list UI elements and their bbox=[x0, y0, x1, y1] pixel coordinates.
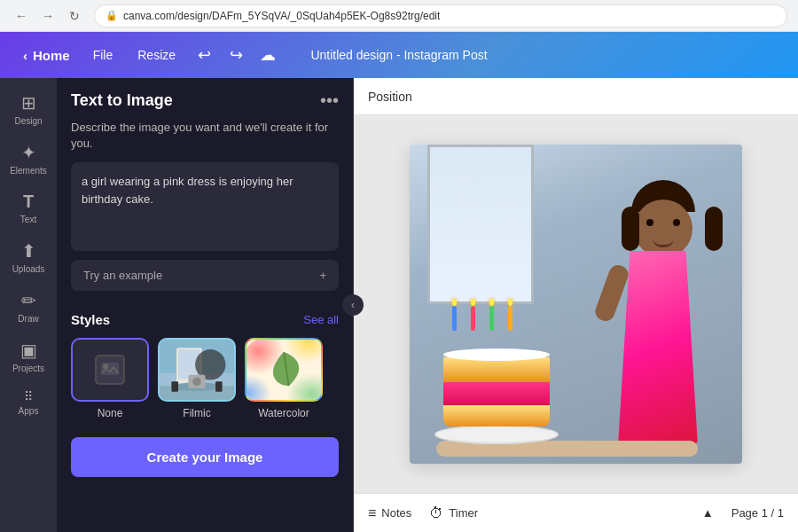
sidebar-apps-label: Apps bbox=[19, 406, 39, 416]
girl-figure bbox=[583, 162, 742, 464]
sidebar-design-label: Design bbox=[14, 116, 42, 126]
create-image-button[interactable]: Create your Image bbox=[71, 437, 339, 477]
uploads-icon: ⬆ bbox=[21, 240, 36, 262]
cake-layer-bot bbox=[443, 405, 550, 426]
resize-menu-button[interactable]: Resize bbox=[127, 43, 186, 67]
svg-rect-11 bbox=[215, 382, 223, 392]
candles bbox=[452, 299, 512, 331]
redo-button[interactable]: ↪ bbox=[222, 41, 250, 69]
file-menu-button[interactable]: File bbox=[82, 43, 124, 67]
prompt-content: a girl wearing a pink dress is enjoying … bbox=[82, 175, 293, 206]
sidebar-item-text[interactable]: T Text bbox=[4, 184, 53, 231]
panel-title: Text to Image bbox=[71, 91, 173, 110]
draw-icon: ✏ bbox=[21, 290, 36, 311]
cake bbox=[443, 345, 550, 426]
home-label: Home bbox=[33, 48, 70, 63]
timer-button[interactable]: ⏱ Timer bbox=[429, 505, 478, 521]
elements-icon: ✦ bbox=[21, 142, 36, 163]
window-element bbox=[427, 145, 534, 304]
canvas-main[interactable] bbox=[354, 115, 798, 493]
apps-icon: ⠿ bbox=[24, 389, 33, 403]
app-container: ‹ Home File Resize ↩ ↪ ☁ Untitled design… bbox=[0, 32, 798, 532]
prompt-text-area[interactable]: a girl wearing a pink dress is enjoying … bbox=[71, 162, 339, 251]
try-example-button[interactable]: Try an example + bbox=[71, 260, 339, 291]
panel-header: Text to Image ••• bbox=[57, 78, 353, 120]
style-filmic-thumb bbox=[158, 338, 236, 402]
panel-more-button[interactable]: ••• bbox=[320, 90, 339, 111]
watercolor-preview-image bbox=[246, 338, 321, 402]
bottom-bar: ≡ Notes ⏱ Timer ▲ Page 1 / 1 bbox=[354, 493, 798, 532]
sidebar-item-draw[interactable]: ✏ Draw bbox=[4, 283, 53, 331]
home-nav-button[interactable]: ‹ Home bbox=[14, 43, 79, 68]
dress bbox=[618, 251, 698, 446]
back-button[interactable]: ← bbox=[11, 5, 32, 27]
forward-button[interactable]: → bbox=[37, 5, 59, 27]
cake-frosting bbox=[443, 348, 550, 361]
sidebar-uploads-label: Uploads bbox=[12, 264, 45, 274]
sidebar-projects-label: Projects bbox=[12, 364, 44, 373]
sidebar-item-apps[interactable]: ⠿ Apps bbox=[4, 382, 53, 423]
upload-cloud-button[interactable]: ☁ bbox=[254, 41, 282, 69]
svg-point-2 bbox=[103, 364, 108, 369]
canvas-image bbox=[410, 145, 742, 464]
hair-side-left bbox=[622, 207, 639, 251]
style-filmic-label: Filmic bbox=[183, 407, 210, 419]
style-none-thumb bbox=[71, 338, 149, 402]
cake-layer-top bbox=[443, 357, 550, 382]
style-watercolor-label: Watercolor bbox=[258, 407, 309, 419]
url-text: canva.com/design/DAFm_5YSqVA/_0SqUah4p5E… bbox=[123, 10, 440, 22]
lock-icon: 🔒 bbox=[106, 10, 118, 21]
styles-grid: None bbox=[71, 338, 339, 419]
top-nav: ‹ Home File Resize ↩ ↪ ☁ Untitled design… bbox=[0, 32, 798, 78]
svg-rect-10 bbox=[171, 382, 178, 392]
projects-icon: ▣ bbox=[20, 340, 37, 361]
image-placeholder-icon bbox=[94, 354, 126, 386]
head bbox=[634, 200, 692, 258]
sidebar-draw-label: Draw bbox=[18, 314, 38, 324]
text-icon: T bbox=[23, 192, 34, 212]
sidebar-text-label: Text bbox=[20, 215, 36, 224]
text-to-image-panel: Text to Image ••• Describe the image you… bbox=[57, 78, 354, 532]
notes-label: Notes bbox=[381, 506, 411, 520]
notes-icon: ≡ bbox=[368, 505, 376, 521]
timer-icon: ⏱ bbox=[429, 505, 443, 521]
reload-button[interactable]: ↻ bbox=[64, 5, 85, 27]
scroll-up-icon: ▲ bbox=[702, 506, 714, 520]
browser-bar: ← → ↻ 🔒 canva.com/design/DAFm_5YSqVA/_0S… bbox=[0, 0, 798, 32]
sidebar-elements-label: Elements bbox=[10, 166, 47, 176]
sidebar-item-projects[interactable]: ▣ Projects bbox=[4, 332, 53, 380]
timer-label: Timer bbox=[449, 506, 478, 520]
styles-header: Styles See all bbox=[71, 312, 339, 327]
try-example-label: Try an example bbox=[83, 269, 162, 282]
design-title: Untitled design - Instagram Post bbox=[310, 48, 487, 62]
sidebar-item-elements[interactable]: ✦ Elements bbox=[4, 135, 53, 183]
style-none-label: None bbox=[98, 407, 123, 419]
plate bbox=[434, 425, 559, 444]
panel-description: Describe the image you want and we'll cr… bbox=[57, 120, 353, 162]
scroll-up-button[interactable]: ▲ bbox=[702, 506, 714, 520]
position-label: Position bbox=[368, 90, 412, 104]
cake-layer-mid bbox=[443, 382, 550, 405]
main-content: ⊞ Design ✦ Elements T Text ⬆ Uploads ✏ D… bbox=[0, 78, 798, 532]
undo-button[interactable]: ↩ bbox=[190, 41, 218, 69]
styles-section: Styles See all bbox=[57, 300, 353, 426]
panel-collapse-button[interactable]: ‹ bbox=[342, 294, 364, 316]
design-icon: ⊞ bbox=[21, 92, 36, 113]
nav-buttons: ← → ↻ bbox=[11, 5, 85, 27]
canvas-area: Position bbox=[354, 78, 798, 532]
try-example-plus-icon: + bbox=[319, 269, 326, 282]
svg-point-13 bbox=[192, 378, 201, 387]
sidebar-icons: ⊞ Design ✦ Elements T Text ⬆ Uploads ✏ D… bbox=[0, 78, 57, 532]
style-none-item[interactable]: None bbox=[71, 338, 149, 419]
hair-side-right bbox=[705, 207, 723, 251]
sidebar-item-uploads[interactable]: ⬆ Uploads bbox=[4, 233, 53, 281]
address-bar[interactable]: 🔒 canva.com/design/DAFm_5YSqVA/_0SqUah4p… bbox=[94, 4, 787, 27]
notes-button[interactable]: ≡ Notes bbox=[368, 505, 411, 521]
see-all-button[interactable]: See all bbox=[303, 313, 339, 326]
page-info: Page 1 / 1 bbox=[732, 506, 784, 520]
home-chevron-icon: ‹ bbox=[23, 48, 27, 63]
style-watercolor-item[interactable]: Watercolor bbox=[245, 338, 323, 419]
sidebar-item-design[interactable]: ⊞ Design bbox=[4, 85, 53, 133]
style-filmic-item[interactable]: Filmic bbox=[158, 338, 236, 419]
arm-left bbox=[593, 262, 631, 324]
